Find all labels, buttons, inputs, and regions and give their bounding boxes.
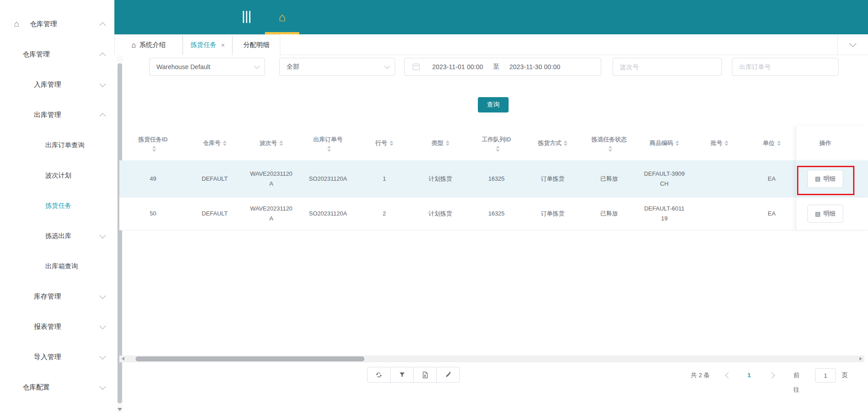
table-header-row: 拣货任务ID 仓库号 波次号 出库订单号 行号 类型	[119, 126, 868, 160]
col-header-work-queue-id[interactable]: 工作队列ID	[468, 126, 524, 160]
table-row[interactable]: 50 DEFAULT WAVE20231120A SO20231120A 2 计…	[119, 197, 868, 230]
tab-picking-task[interactable]: 拣货任务 ×	[183, 34, 232, 55]
outbound-order-input[interactable]	[732, 58, 838, 75]
col-header-picking-method[interactable]: 拣货方式	[524, 126, 581, 160]
cell-warehouse: DEFAULT	[187, 197, 243, 230]
table-toolbar	[367, 367, 460, 383]
close-icon[interactable]: ×	[221, 42, 225, 49]
sidebar-item-outbound-order-query[interactable]: 出库订单查询	[0, 130, 117, 160]
sidebar-item-warehouse-mgmt-root[interactable]: ⌂ 仓库管理	[0, 9, 117, 39]
warehouse-select-value: Warehouse Default	[156, 63, 210, 70]
status-select[interactable]: 全部	[279, 58, 395, 76]
filter-funnel-icon	[399, 371, 406, 378]
current-page-button[interactable]: 1	[743, 368, 755, 383]
home-nav-button[interactable]: ⌂	[265, 0, 299, 34]
sort-icon[interactable]	[675, 140, 679, 146]
sort-icon[interactable]	[564, 140, 567, 146]
col-header-unit[interactable]: 单位	[748, 126, 796, 160]
refresh-button[interactable]	[367, 367, 391, 383]
cell-batch-number	[691, 160, 748, 197]
sidebar-item-pick-outbound[interactable]: 拣选出库	[0, 221, 117, 251]
wave-number-field	[613, 58, 722, 76]
sidebar-item-import-mgmt[interactable]: 导入管理	[0, 342, 117, 372]
scroll-left-arrow-icon[interactable]	[122, 357, 124, 360]
sort-icon[interactable]	[609, 146, 612, 152]
sort-icon[interactable]	[390, 140, 393, 146]
sidebar-item-warehouse-config[interactable]: 仓库配置	[0, 372, 117, 403]
sort-icon[interactable]	[446, 140, 449, 146]
col-header-wave-number[interactable]: 波次号	[243, 126, 300, 160]
sort-icon[interactable]	[496, 146, 500, 152]
sort-icon[interactable]	[279, 140, 283, 146]
chevron-down-icon	[254, 63, 260, 69]
tab-overflow-button[interactable]	[837, 34, 868, 55]
wms-app: ⌂ 仓库管理 仓库管理 入库管理 出库管理 出库订单查询 波次计划 拣货任务 拣…	[0, 0, 868, 412]
sort-icon[interactable]	[223, 140, 226, 146]
col-header-outbound-order[interactable]: 出库订单号	[300, 126, 356, 160]
export-excel-button[interactable]	[413, 367, 437, 383]
sidebar-scrollbar-thumb[interactable]	[118, 63, 122, 403]
refresh-icon	[375, 371, 382, 379]
col-header-batch-number[interactable]: 批号	[691, 126, 748, 160]
col-header-line-number[interactable]: 行号	[356, 126, 412, 160]
cell-wave-number: WAVE20231120A	[243, 160, 300, 197]
sidebar-item-label: 出库箱查询	[45, 262, 78, 271]
warehouse-select[interactable]: Warehouse Default	[149, 58, 265, 76]
sidebar-item-label: 仓库管理	[30, 20, 57, 28]
search-button[interactable]: 查询	[478, 97, 509, 112]
col-header-product-code[interactable]: 商品编码	[637, 126, 691, 160]
cell-batch-number	[691, 197, 748, 230]
cell-picking-method: 订单拣货	[524, 197, 581, 230]
page-unit-label: 页	[842, 368, 848, 383]
sidebar-item-wave-plan[interactable]: 波次计划	[0, 160, 117, 191]
edit-button[interactable]	[436, 367, 460, 383]
sidebar: ⌂ 仓库管理 仓库管理 入库管理 出库管理 出库订单查询 波次计划 拣货任务 拣…	[0, 0, 117, 412]
col-header-type[interactable]: 类型	[412, 126, 468, 160]
sidebar-item-label: 波次计划	[45, 171, 71, 180]
date-to[interactable]: 2023-11-30 00:00	[509, 63, 561, 70]
tab-allocation-detail[interactable]: 分配明细	[232, 34, 280, 55]
goto-page-input[interactable]	[815, 368, 836, 383]
cell-line-number: 1	[356, 160, 412, 197]
horizontal-scrollbar[interactable]	[119, 356, 864, 362]
scroll-right-arrow-icon[interactable]	[859, 357, 862, 360]
sidebar-item-warehouse-mgmt[interactable]: 仓库管理	[0, 39, 117, 70]
chevron-down-icon	[99, 232, 106, 238]
status-select-value: 全部	[287, 63, 299, 71]
sidebar-item-picking-task[interactable]: 拣货任务	[0, 191, 117, 221]
sidebar-item-report-mgmt[interactable]: 报表管理	[0, 312, 117, 342]
table-row[interactable]: 49 DEFAULT WAVE20231120A SO20231120A 1 计…	[119, 160, 868, 197]
next-page-icon[interactable]	[769, 372, 775, 379]
wave-number-input[interactable]	[613, 58, 722, 75]
sidebar-item-outbound-box-query[interactable]: 出库箱查询	[0, 251, 117, 281]
col-header-task-status[interactable]: 拣选任务状态	[581, 126, 637, 160]
list-detail-icon: ▤	[815, 176, 821, 182]
sidebar-item-inbound-mgmt[interactable]: 入库管理	[0, 70, 117, 100]
sort-icon[interactable]	[327, 146, 331, 152]
col-header-picking-task-id[interactable]: 拣货任务ID	[119, 126, 187, 160]
sidebar-item-label: 入库管理	[34, 80, 61, 89]
date-range-picker[interactable]: 2023-11-01 00:00 至 2023-11-30 00:00	[404, 58, 601, 76]
total-count-label: 共 2 条	[691, 368, 710, 383]
date-from[interactable]: 2023-11-01 00:00	[432, 63, 483, 70]
sidebar-item-inventory-mgmt[interactable]: 库存管理	[0, 281, 117, 312]
cell-type: 计划拣货	[412, 197, 468, 230]
sort-icon[interactable]	[152, 146, 156, 152]
sort-icon[interactable]	[777, 140, 781, 146]
home-icon: ⌂	[278, 11, 286, 23]
tab-system-intro[interactable]: ⌂ 系统介绍	[114, 34, 183, 55]
filter-button[interactable]	[390, 367, 414, 383]
collapse-sidebar-button[interactable]	[243, 11, 250, 23]
col-header-warehouse[interactable]: 仓库号	[187, 126, 243, 160]
tab-bar: ⌂ 系统介绍 拣货任务 × 分配明细	[114, 34, 868, 55]
detail-button[interactable]: ▤ 明细	[807, 205, 843, 223]
scroll-down-arrow-icon[interactable]	[118, 408, 122, 411]
list-detail-icon: ▤	[815, 211, 821, 217]
detail-button[interactable]: ▤ 明细	[807, 170, 843, 188]
prev-page-icon[interactable]	[725, 372, 731, 379]
sidebar-item-label: 报表管理	[34, 323, 61, 331]
picking-task-table: 拣货任务ID 仓库号 波次号 出库订单号 行号 类型	[119, 126, 868, 230]
horizontal-scrollbar-thumb[interactable]	[136, 356, 364, 361]
sidebar-item-outbound-mgmt[interactable]: 出库管理	[0, 100, 117, 130]
sort-icon[interactable]	[725, 140, 728, 146]
